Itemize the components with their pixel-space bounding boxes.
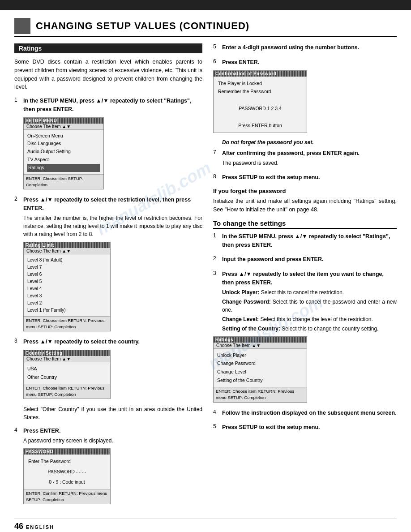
change-step-1-num: 1 bbox=[213, 232, 219, 249]
if-forget-title: If you forget the password bbox=[213, 188, 397, 194]
right-step-6-text: Press ENTER. bbox=[222, 58, 259, 67]
top-bar bbox=[0, 0, 411, 10]
country-title: Country Setting bbox=[24, 350, 110, 356]
page-footer: 46 ENGLISH bbox=[14, 519, 397, 531]
rating-item-2: Level 6 bbox=[27, 271, 107, 278]
menu-item-2: Disc Languages bbox=[27, 140, 100, 148]
right-column: 5 Enter a 4-digit password using the num… bbox=[213, 43, 397, 511]
setup-menu-title: SETUP MENU bbox=[24, 118, 103, 124]
ratings-change-choose: Choose The Item ▲▼ bbox=[214, 343, 307, 349]
right-step-5: 5 Enter a 4-digit password using the num… bbox=[213, 43, 397, 52]
confirmation-content: The Player is Locked Remember the Passwo… bbox=[214, 77, 307, 133]
password-line1: Enter The Password bbox=[28, 457, 106, 466]
rating-limit-content: Level 8 (for Adult) Level 7 Level 6 Leve… bbox=[24, 254, 110, 316]
setup-menu-screen: SETUP MENU Choose The Item ▲▼ On-Screen … bbox=[23, 117, 104, 190]
change-step-3-num: 3 bbox=[213, 270, 219, 287]
ratings-change-item-3: Setting of the Country bbox=[217, 376, 303, 385]
menu-item-1: On-Screen Menu bbox=[27, 132, 100, 140]
change-step-4: 4 Follow the instruction displayed on th… bbox=[213, 409, 397, 417]
ratings-change-item-1: Change Password bbox=[217, 359, 303, 368]
change-step-5: 5 Press SETUP to exit the setup menu. bbox=[213, 423, 397, 432]
rating-limit-screen: Rating Limit Choose The Item ▲▼ Level 8 … bbox=[23, 242, 111, 332]
if-forget-text: Initialize the unit and make all setting… bbox=[213, 197, 397, 214]
conf-line4: Press ENTER button bbox=[218, 121, 302, 130]
country-item-1: Other Country bbox=[27, 373, 107, 382]
ratings-change-screen: Ratings Choose The Item ▲▼ Unlock Player… bbox=[213, 336, 307, 403]
rating-item-4: Level 4 bbox=[27, 285, 107, 292]
change-step-1-text: In the SETUP MENU, press ▲/▼ repeatedly … bbox=[222, 232, 397, 249]
country-choose: Choose The Item ▲▼ bbox=[24, 356, 110, 362]
change-step-4-text: Follow the instruction displayed on the … bbox=[222, 409, 397, 417]
page-language: ENGLISH bbox=[26, 524, 54, 530]
right-step-7-num: 7 bbox=[213, 149, 219, 158]
ratings-section-header: Ratings bbox=[14, 43, 202, 53]
italic-note: Do not forget the password you set. bbox=[222, 139, 397, 146]
step-1-text: In the SETUP MENU, press ▲/▼ repeatedly … bbox=[23, 97, 202, 114]
other-country-note: Select "Other Country" if you use the un… bbox=[23, 405, 202, 421]
change-step-3-text: Press ▲/▼ repeatedly to select the item … bbox=[222, 270, 397, 287]
right-step-8-text: Press SETUP to exit the setup menu. bbox=[222, 173, 320, 182]
step-2: 2 Press ▲/▼ repeatedly to select the res… bbox=[14, 196, 202, 331]
menu-item-4: TV Aspect bbox=[27, 156, 100, 164]
change-step-2-num: 2 bbox=[213, 255, 219, 264]
password-content: Enter The Password PASSWORD - - - - 0 - … bbox=[24, 455, 110, 489]
intro-text: Some DVD discs contain a restriction lev… bbox=[14, 58, 202, 91]
password-title: PASSWORD bbox=[24, 449, 110, 455]
right-step-7-sub: The password is saved. bbox=[222, 159, 397, 167]
left-column: Ratings Some DVD discs contain a restric… bbox=[14, 43, 202, 511]
password-footer: ENTER: Confirm RETURN: Previous menu SET… bbox=[24, 489, 110, 504]
right-step-8-num: 8 bbox=[213, 173, 219, 182]
change-step-3: 3 Press ▲/▼ repeatedly to select the ite… bbox=[213, 270, 397, 403]
right-step-7-text: After confirming the password, press ENT… bbox=[222, 149, 360, 158]
ratings-change-item-2: Change Level bbox=[217, 368, 303, 376]
conf-line1: The Player is Locked bbox=[218, 79, 302, 88]
password-line2: PASSWORD - - - - bbox=[28, 468, 106, 476]
ratings-change-title: Ratings bbox=[214, 337, 307, 343]
change-step-3-subitems: Unlock Player: Select this to cancel the… bbox=[222, 288, 397, 333]
password-line3: 0 - 9 : Code input bbox=[28, 478, 106, 486]
right-step-7: 7 After confirming the password, press E… bbox=[213, 149, 397, 167]
right-step-6: 6 Press ENTER. Confirmation of Password … bbox=[213, 58, 397, 133]
step-4-text: Press ENTER. bbox=[23, 427, 60, 435]
step-4-subtext: A password entry screen is displayed. bbox=[23, 437, 202, 445]
step-2-subtext: The smaller the number is, the higher th… bbox=[23, 214, 202, 238]
step-4: 4 Press ENTER. A password entry screen i… bbox=[14, 427, 202, 504]
ratings-change-footer: ENTER: Choose item RETURN: Previous menu… bbox=[214, 387, 307, 402]
password-screen: PASSWORD Enter The Password PASSWORD - -… bbox=[23, 448, 111, 504]
menu-item-5-highlighted: Ratings bbox=[27, 164, 100, 172]
change-step-1: 1 In the SETUP MENU, press ▲/▼ repeatedl… bbox=[213, 232, 397, 249]
rating-item-7: Level 1 (for Family) bbox=[27, 307, 107, 314]
step-3-text: Press ▲/▼ repeatedly to select the count… bbox=[23, 338, 140, 346]
rating-limit-footer: ENTER: Choose item RETURN: Previous menu… bbox=[24, 316, 110, 331]
right-step-5-text: Enter a 4-digit password using the numbe… bbox=[222, 43, 359, 52]
rating-item-0: Level 8 (for Adult) bbox=[27, 257, 107, 264]
rating-item-6: Level 2 bbox=[27, 300, 107, 307]
country-setting-screen: Country Setting Choose The Item ▲▼ USA O… bbox=[23, 350, 111, 399]
step-3: 3 Press ▲/▼ repeatedly to select the cou… bbox=[14, 338, 202, 399]
rating-item-3: Level 5 bbox=[27, 278, 107, 285]
setup-menu-content: On-Screen Menu Disc Languages Audio Outp… bbox=[24, 130, 103, 174]
ratings-change-content: Unlock Player Change Password Change Lev… bbox=[214, 349, 307, 387]
change-step-5-text: Press SETUP to exit the setup menu. bbox=[222, 423, 320, 432]
ratings-change-item-0: Unlock Player bbox=[217, 351, 303, 360]
step-3-num: 3 bbox=[14, 338, 21, 346]
right-step-6-num: 6 bbox=[213, 58, 219, 67]
country-item-0: USA bbox=[27, 365, 107, 373]
rating-item-1: Level 7 bbox=[27, 264, 107, 271]
right-step-8: 8 Press SETUP to exit the setup menu. bbox=[213, 173, 397, 182]
page-title: CHANGING SETUP VALUES (CONTINUED) bbox=[14, 18, 397, 37]
step-4-num: 4 bbox=[14, 427, 21, 435]
change-step-2-text: Input the password and press ENTER. bbox=[222, 255, 323, 264]
change-step-5-num: 5 bbox=[213, 423, 219, 432]
menu-item-3: Audio Output Setting bbox=[27, 148, 100, 156]
step-1: 1 In the SETUP MENU, press ▲/▼ repeatedl… bbox=[14, 97, 202, 189]
rating-item-5: Level 3 bbox=[27, 292, 107, 300]
confirmation-title: Confirmation of Password bbox=[214, 71, 307, 77]
page-number: 46 bbox=[14, 522, 23, 531]
title-icon bbox=[14, 18, 30, 34]
step-2-text: Press ▲/▼ repeatedly to select the restr… bbox=[23, 196, 202, 213]
setup-menu-footer: ENTER: Choose item SETUP: Completion bbox=[24, 174, 103, 189]
to-change-title: To change the settings bbox=[213, 219, 397, 229]
right-step-5-num: 5 bbox=[213, 43, 219, 52]
step-2-num: 2 bbox=[14, 196, 21, 213]
